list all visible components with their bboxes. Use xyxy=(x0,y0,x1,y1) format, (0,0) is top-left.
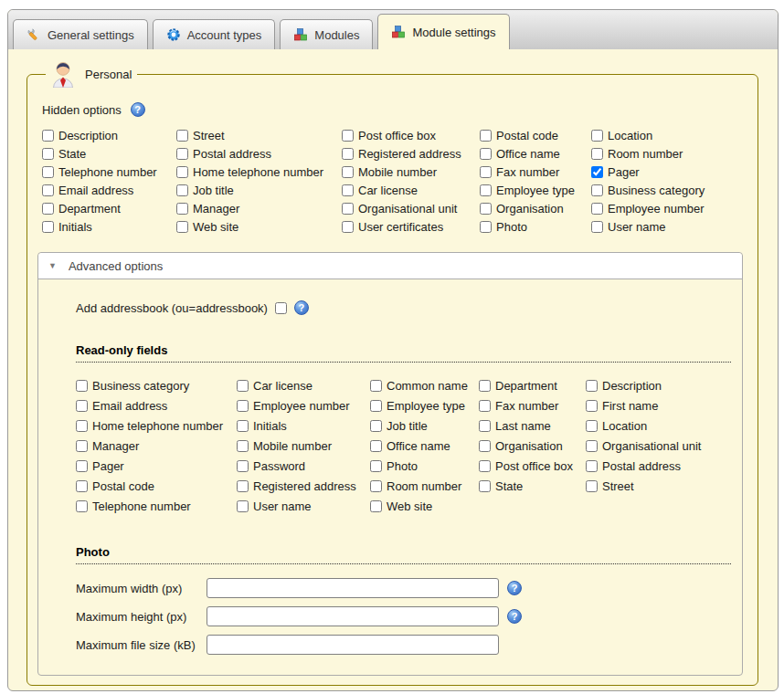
initials-checkbox[interactable] xyxy=(237,420,249,432)
registered-address-checkbox[interactable] xyxy=(237,480,249,492)
option-pager[interactable]: Pager xyxy=(591,165,640,179)
option-employee-type[interactable]: Employee type xyxy=(480,184,575,197)
state-checkbox[interactable] xyxy=(479,480,491,492)
option-first-name[interactable]: First name xyxy=(586,399,658,413)
home-telephone-number-checkbox[interactable] xyxy=(76,420,88,432)
street-checkbox[interactable] xyxy=(176,130,188,142)
first-name-checkbox[interactable] xyxy=(586,400,598,412)
option-telephone-number[interactable]: Telephone number xyxy=(42,165,157,179)
organisational-unit-checkbox[interactable] xyxy=(586,440,598,452)
option-last-name[interactable]: Last name xyxy=(479,419,551,433)
option-telephone-number[interactable]: Telephone number xyxy=(76,499,191,513)
option-web-site[interactable]: Web site xyxy=(370,499,432,513)
option-photo[interactable]: Photo xyxy=(370,459,418,473)
password-checkbox[interactable] xyxy=(237,460,249,472)
max-width-input[interactable] xyxy=(207,578,499,598)
option-postal-code[interactable]: Postal code xyxy=(76,479,154,493)
option-initials[interactable]: Initials xyxy=(237,419,287,433)
home-telephone-number-checkbox[interactable] xyxy=(176,166,188,178)
mobile-number-checkbox[interactable] xyxy=(342,166,354,178)
option-department[interactable]: Department xyxy=(42,202,121,216)
email-address-checkbox[interactable] xyxy=(42,184,54,196)
option-mobile-number[interactable]: Mobile number xyxy=(237,439,332,453)
option-mobile-number[interactable]: Mobile number xyxy=(342,165,437,179)
help-icon[interactable]: ? xyxy=(131,102,145,117)
car-license-checkbox[interactable] xyxy=(237,380,249,392)
option-post-office-box[interactable]: Post office box xyxy=(342,129,436,142)
tab-account-types[interactable]: Account types xyxy=(153,19,276,49)
option-room-number[interactable]: Room number xyxy=(591,147,683,161)
postal-address-checkbox[interactable] xyxy=(586,460,598,472)
organisational-unit-checkbox[interactable] xyxy=(342,203,354,215)
option-postal-address[interactable]: Postal address xyxy=(176,147,271,161)
option-state[interactable]: State xyxy=(42,147,86,161)
option-user-name[interactable]: User name xyxy=(591,220,666,234)
employee-number-checkbox[interactable] xyxy=(237,400,249,412)
option-room-number[interactable]: Room number xyxy=(370,479,461,493)
help-icon[interactable]: ? xyxy=(507,581,522,595)
option-state[interactable]: State xyxy=(479,479,523,493)
organisation-checkbox[interactable] xyxy=(479,440,491,452)
help-icon[interactable]: ? xyxy=(294,300,309,315)
option-job-title[interactable]: Job title xyxy=(176,184,234,197)
option-password[interactable]: Password xyxy=(237,459,305,473)
room-number-checkbox[interactable] xyxy=(591,148,603,160)
option-employee-number[interactable]: Employee number xyxy=(237,399,350,413)
office-name-checkbox[interactable] xyxy=(370,440,382,452)
option-post-office-box[interactable]: Post office box xyxy=(479,459,573,473)
option-organisational-unit[interactable]: Organisational unit xyxy=(342,202,457,216)
advanced-options-header[interactable]: ▼ Advanced options xyxy=(38,253,742,279)
tab-module-settings[interactable]: Module settings xyxy=(377,14,509,49)
option-email-address[interactable]: Email address xyxy=(76,399,167,413)
option-manager[interactable]: Manager xyxy=(76,439,139,453)
registered-address-checkbox[interactable] xyxy=(342,148,354,160)
option-home-telephone-number[interactable]: Home telephone number xyxy=(176,165,323,179)
postal-code-checkbox[interactable] xyxy=(480,130,492,142)
option-job-title[interactable]: Job title xyxy=(370,419,428,433)
option-registered-address[interactable]: Registered address xyxy=(342,147,461,161)
option-car-license[interactable]: Car license xyxy=(237,379,313,393)
help-icon[interactable]: ? xyxy=(507,609,522,624)
email-address-checkbox[interactable] xyxy=(76,400,88,412)
web-site-checkbox[interactable] xyxy=(176,221,188,233)
department-checkbox[interactable] xyxy=(479,380,491,392)
option-street[interactable]: Street xyxy=(586,479,634,493)
option-employee-type[interactable]: Employee type xyxy=(370,399,465,413)
employee-type-checkbox[interactable] xyxy=(370,400,382,412)
addressbook-checkbox[interactable] xyxy=(275,302,287,314)
location-checkbox[interactable] xyxy=(586,420,598,432)
organisation-checkbox[interactable] xyxy=(480,203,492,215)
employee-type-checkbox[interactable] xyxy=(480,184,492,196)
user-certificates-checkbox[interactable] xyxy=(342,221,354,233)
option-business-category[interactable]: Business category xyxy=(76,379,189,393)
pager-checkbox[interactable] xyxy=(76,460,88,472)
street-checkbox[interactable] xyxy=(586,480,598,492)
job-title-checkbox[interactable] xyxy=(176,184,188,196)
business-category-checkbox[interactable] xyxy=(591,184,603,196)
last-name-checkbox[interactable] xyxy=(479,420,491,432)
option-location[interactable]: Location xyxy=(591,129,652,142)
user-name-checkbox[interactable] xyxy=(237,500,249,512)
option-common-name[interactable]: Common name xyxy=(370,379,468,393)
fax-number-checkbox[interactable] xyxy=(480,166,492,178)
mobile-number-checkbox[interactable] xyxy=(237,440,249,452)
option-home-telephone-number[interactable]: Home telephone number xyxy=(76,419,223,433)
option-organisation[interactable]: Organisation xyxy=(480,202,564,216)
option-fax-number[interactable]: Fax number xyxy=(480,165,559,179)
office-name-checkbox[interactable] xyxy=(480,148,492,160)
option-location[interactable]: Location xyxy=(586,419,647,433)
option-fax-number[interactable]: Fax number xyxy=(479,399,558,413)
option-registered-address[interactable]: Registered address xyxy=(237,479,356,493)
pager-checkbox[interactable] xyxy=(591,166,603,178)
option-description[interactable]: Description xyxy=(586,379,662,393)
initials-checkbox[interactable] xyxy=(42,221,54,233)
telephone-number-checkbox[interactable] xyxy=(76,500,88,512)
manager-checkbox[interactable] xyxy=(76,440,88,452)
photo-checkbox[interactable] xyxy=(370,460,382,472)
fax-number-checkbox[interactable] xyxy=(479,400,491,412)
option-organisational-unit[interactable]: Organisational unit xyxy=(586,439,701,453)
option-user-name[interactable]: User name xyxy=(237,499,312,513)
option-description[interactable]: Description xyxy=(42,129,118,142)
telephone-number-checkbox[interactable] xyxy=(42,166,54,178)
job-title-checkbox[interactable] xyxy=(370,420,382,432)
